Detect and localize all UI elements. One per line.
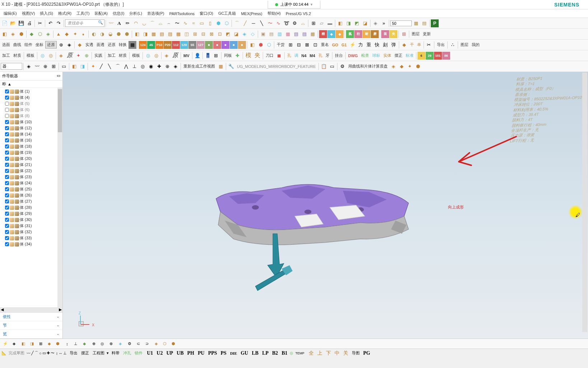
t3-22[interactable]: 重名 [319,41,330,48]
triad-icon[interactable]: Z X [74,313,92,331]
t2-35[interactable]: ▧ [292,30,300,38]
t2-17[interactable]: ◨ [141,30,149,38]
tree-checkbox[interactable] [5,114,9,118]
t3-25[interactable]: 重 [365,41,373,49]
t2-org2[interactable]: 耐 [363,30,370,38]
t2-14[interactable]: ⬣ [115,30,122,38]
cyl-icon[interactable]: ⬢ [214,19,222,27]
t2-8[interactable]: ◆ [63,30,71,38]
t4-13[interactable]: ◎ [144,52,152,60]
t5-9[interactable]: ╱ [97,63,105,70]
t3-23[interactable]: ⚡ [349,41,356,49]
t2-9[interactable]: ✦ [71,30,79,38]
t3-c9[interactable]: ■ [205,41,213,49]
sb-6[interactable]: ▭ [42,351,46,355]
sb-mid[interactable]: 中 [333,349,341,357]
t5-23[interactable]: ⚙ [339,63,346,70]
tree-checkbox[interactable] [5,163,9,167]
t4-dwg[interactable]: DWG [347,53,359,59]
t4-m4[interactable]: M4 [308,53,317,59]
sb-11[interactable]: ⊥ [63,351,67,355]
t3-c3[interactable]: P10 [155,41,163,49]
park-icon[interactable]: P [431,19,439,27]
viewport-scroll-v[interactable] [582,73,587,332]
tree-item[interactable]: 体 (30) [0,217,57,223]
sb-dn[interactable]: 下 [325,349,332,357]
t4-11[interactable]: 材质 [117,52,128,59]
t5-mirror[interactable]: UG_MODELING_MIRRORBODY_FEATURE [235,64,317,69]
sb-up2[interactable]: 上 [316,349,324,357]
t5-2[interactable]: 〰 [33,63,41,70]
t3-8[interactable]: ◆ [76,41,84,49]
t4-jia[interactable]: 夹 [253,51,262,60]
t5-25[interactable]: ◆ [398,63,406,70]
t2-2[interactable]: ◈ [9,30,17,38]
t2-34[interactable]: ▦ [284,30,292,38]
t5-1[interactable]: ◈ [25,63,33,70]
nav-scrollbar[interactable] [57,88,62,307]
sb-off[interactable]: 关 [342,349,350,357]
coil-icon[interactable]: ⚙ [291,19,299,27]
tree-item[interactable]: 体 (1) [0,88,57,95]
t3-c8[interactable]: 127 [197,41,205,49]
t3-31[interactable]: 单 [416,41,423,48]
t3-c2[interactable]: 45 [147,41,155,49]
t2-21[interactable]: ▩ [174,30,182,38]
menu-GC工具箱[interactable]: GC工具箱 [216,10,238,17]
tree-item[interactable]: 体 (34) [0,241,57,247]
cut-icon[interactable]: ✂ [36,19,44,27]
t3-32[interactable]: ✂ [425,41,433,49]
zoom-combo[interactable]: 50 [390,20,412,26]
t5-6[interactable]: ◧ [70,63,78,70]
t4-17[interactable]: 👖 [204,52,212,60]
sb-ph[interactable]: PH [186,350,196,356]
t4-19[interactable]: 同板 [223,52,233,59]
t2-23[interactable]: ⊞ [191,30,199,38]
t4-16[interactable]: 👤 [193,52,201,60]
t3-14[interactable]: ◧ [248,41,256,49]
t2-36[interactable]: ▨ [300,30,308,38]
t5-regen[interactable]: 重新生成工作视图 [182,64,216,69]
tree-item[interactable]: 体 (33) [0,235,57,241]
bt-13[interactable]: ⊗ [107,340,115,348]
curve5-icon[interactable]: ∿ [274,19,282,27]
t4-mo[interactable]: 模 [244,51,253,60]
tree-checkbox[interactable] [5,126,9,130]
grid2-icon[interactable]: ▦ [412,19,420,27]
bt-2[interactable]: ◈ [10,340,18,348]
t3-go[interactable]: GO [331,42,340,48]
bt-19[interactable]: ⬡ [161,340,169,348]
menu-信息I[interactable]: 信息(I) [111,10,126,17]
t3-21[interactable]: ⊡ [311,41,319,49]
sb-expimg[interactable]: 导图 [350,350,361,356]
sb-9[interactable]: ↕ [56,351,58,355]
t3-3[interactable]: 组件 [23,41,34,48]
tree-item[interactable]: 体 (32) [0,229,57,235]
tree-checkbox[interactable] [5,206,9,210]
t2-20[interactable]: ▨ [166,30,174,38]
t2-11[interactable]: ◐ [90,30,98,38]
t3-35[interactable]: 图层 [459,41,470,48]
t2-16[interactable]: ◧ [133,30,141,38]
menu-首选项P[interactable]: 首选项(P) [145,10,167,17]
block-icon[interactable]: ▬ [326,19,334,27]
t3-7[interactable]: ◈ [65,41,73,49]
t4-hole2[interactable]: 孔 [317,52,324,59]
arc5-icon[interactable]: ⌢ [165,19,173,27]
tree-item[interactable]: 体 (4) [0,95,57,101]
t4-ya[interactable]: 牙 [324,52,331,59]
t5-21[interactable]: 📋 [320,63,328,70]
t4-hole[interactable]: 孔 [286,52,293,59]
tree-item[interactable]: 体 (27) [0,198,57,204]
expand-icon[interactable]: » [380,19,388,27]
spline-icon[interactable]: ✏ [123,19,131,27]
t3-36[interactable]: 我的 [470,41,481,48]
bt-18[interactable]: ◈ [152,340,160,348]
line-icon[interactable]: ╱ [241,19,249,27]
t3-26[interactable]: 快 [373,41,381,49]
bt-17[interactable]: ⊃ [143,340,151,348]
t5-mass[interactable]: 用曲线和片体计算质盘 [347,64,389,69]
menu-PressUG V5.2[interactable]: PressUG V5.2 [284,11,313,17]
tree-checkbox[interactable] [5,157,9,161]
menu-工具T[interactable]: 工具(T) [74,10,92,17]
